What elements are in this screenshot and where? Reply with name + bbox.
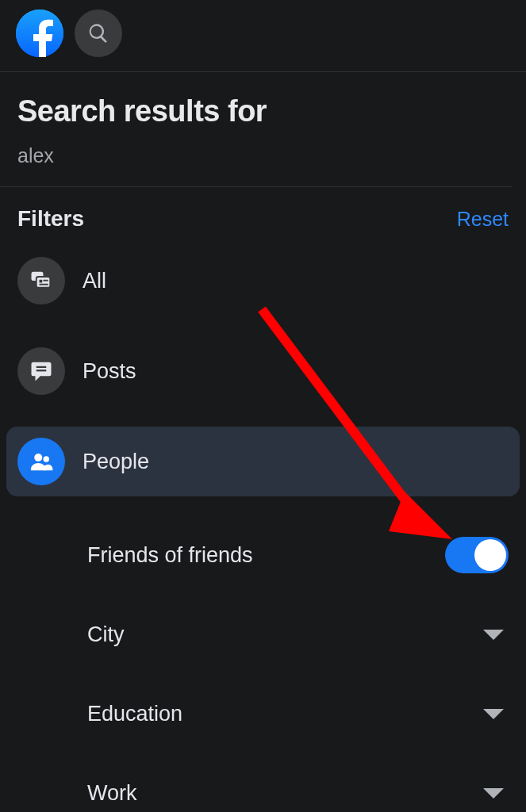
svg-rect-4 (44, 280, 48, 282)
search-button[interactable] (75, 10, 122, 57)
svg-rect-7 (36, 370, 47, 371)
sub-filter-education[interactable]: Education (87, 674, 509, 753)
facebook-logo[interactable] (16, 10, 63, 57)
svg-point-8 (34, 454, 42, 462)
sub-filters: Friends of friends City Education Work (0, 511, 526, 812)
sub-filter-friends-of-friends: Friends of friends (87, 515, 509, 595)
filter-list: All Posts People (0, 246, 526, 496)
toggle-knob (474, 539, 506, 571)
filter-item-all[interactable]: All (6, 246, 520, 316)
chevron-down-icon (483, 788, 504, 799)
facebook-icon (16, 10, 63, 57)
filter-item-posts[interactable]: Posts (6, 336, 520, 406)
page-title: Search results for (17, 94, 494, 128)
svg-rect-3 (40, 280, 43, 283)
filter-label: Posts (83, 359, 136, 384)
sub-filter-label: Education (87, 702, 182, 726)
reset-link[interactable]: Reset (457, 208, 509, 231)
svg-rect-2 (36, 277, 51, 288)
posts-icon (17, 347, 65, 395)
sub-filter-city[interactable]: City (87, 595, 509, 674)
filters-title: Filters (17, 206, 84, 232)
all-icon (17, 257, 65, 304)
chevron-down-icon (483, 709, 504, 719)
people-icon (17, 438, 65, 485)
sub-filter-work[interactable]: Work (87, 753, 509, 812)
search-icon (87, 22, 109, 44)
svg-rect-5 (40, 284, 48, 285)
filter-label: People (83, 450, 149, 474)
svg-rect-6 (36, 366, 47, 368)
top-bar (0, 0, 526, 72)
friends-of-friends-toggle[interactable] (445, 537, 509, 573)
svg-point-9 (44, 456, 50, 462)
sub-filter-label: Work (87, 781, 137, 806)
filter-label: All (83, 269, 106, 293)
filter-item-people[interactable]: People (6, 427, 520, 496)
search-header: Search results for alex (0, 72, 512, 187)
filters-header: Filters Reset (0, 187, 526, 246)
sub-filter-label: City (87, 622, 125, 647)
search-query: alex (17, 144, 494, 167)
sub-filter-label: Friends of friends (87, 543, 253, 568)
chevron-down-icon (483, 630, 504, 640)
